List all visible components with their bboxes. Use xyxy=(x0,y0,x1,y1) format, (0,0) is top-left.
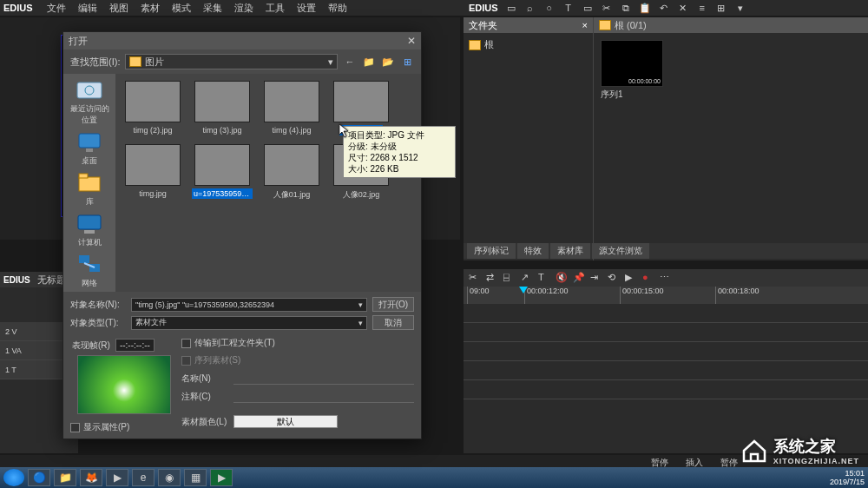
menu-view[interactable]: 视图 xyxy=(104,2,134,15)
tab-browser[interactable]: 源文件浏览 xyxy=(592,243,649,259)
rec-icon[interactable]: ● xyxy=(642,272,654,284)
preview-tc[interactable]: --:--:--:-- xyxy=(115,339,155,352)
ripple-icon[interactable]: ⇥ xyxy=(590,272,602,284)
close-icon[interactable]: ✕ xyxy=(407,35,416,47)
system-tray[interactable]: 15:01 2019/7/15 xyxy=(830,469,865,486)
start-button[interactable] xyxy=(3,469,24,486)
lookin-combo[interactable]: 图片 ▾ xyxy=(125,54,338,69)
bin-root-folder[interactable]: 根 xyxy=(467,36,589,53)
track-row[interactable] xyxy=(464,361,868,380)
mute-icon[interactable]: 🔇 xyxy=(556,272,568,284)
bin-clip[interactable]: 00:00:00:00 序列1 xyxy=(601,40,663,101)
close-icon[interactable]: × xyxy=(582,20,588,30)
tab-markers[interactable]: 序列标记 xyxy=(467,243,516,259)
taskbar-edius[interactable]: ▶ xyxy=(210,469,233,486)
title-icon[interactable]: T xyxy=(538,272,550,284)
taskbar-folder[interactable]: 📁 xyxy=(54,469,76,486)
cut-icon[interactable]: ✂ xyxy=(601,2,613,14)
tab-effects[interactable]: 特效 xyxy=(517,243,549,259)
menu-settings[interactable]: 设置 xyxy=(292,2,321,15)
transfer-check[interactable]: 传输到工程文件夹(T) xyxy=(181,337,414,349)
taskbar-app[interactable]: ▦ xyxy=(184,469,207,486)
track-row[interactable] xyxy=(464,380,868,399)
menu-capture[interactable]: 采集 xyxy=(198,2,227,15)
track-row[interactable] xyxy=(464,304,868,323)
file-item[interactable]: u=1975359590... xyxy=(192,144,253,201)
pin-icon[interactable]: 📌 xyxy=(573,272,585,284)
comment-label: 注释(C) xyxy=(181,391,228,403)
taskbar-chrome[interactable]: ◉ xyxy=(158,469,181,486)
view-icon[interactable]: ⊞ xyxy=(715,2,727,14)
svg-rect-0 xyxy=(77,82,102,98)
text-icon[interactable]: T xyxy=(562,2,575,14)
file-list[interactable]: 项目类型: JPG 文件 分级: 未分级 尺寸: 2268 x 1512 大小:… xyxy=(115,74,421,292)
folder-icon xyxy=(469,40,481,50)
file-item[interactable]: timg (3).jpg xyxy=(192,81,253,135)
tick: 09:00 xyxy=(467,287,490,304)
place-computer[interactable]: 计算机 xyxy=(66,211,113,250)
copy-icon[interactable]: ⧉ xyxy=(620,2,632,14)
menu-clip[interactable]: 素材 xyxy=(135,2,165,15)
cancel-button[interactable]: 取消 xyxy=(372,315,414,330)
search-icon[interactable]: ⌕ xyxy=(524,2,536,14)
dialog-titlebar[interactable]: 打开 ✕ xyxy=(63,32,421,49)
menu-render[interactable]: 渲染 xyxy=(229,2,259,15)
viewmode-icon[interactable]: ⊞ xyxy=(400,55,414,69)
taskbar-explorer[interactable]: 🔵 xyxy=(28,469,50,486)
scissors-icon[interactable]: ✂ xyxy=(469,272,481,284)
menu-help[interactable]: 帮助 xyxy=(323,2,352,15)
open-button[interactable]: 打开(O) xyxy=(372,297,414,312)
file-item[interactable]: timg (4).jpg xyxy=(261,81,322,135)
folder-icon[interactable]: ▭ xyxy=(505,2,517,14)
timeline-logo: EDIUS xyxy=(0,275,34,285)
arrow-icon[interactable]: ↗ xyxy=(521,272,533,284)
paste-icon[interactable]: 📋 xyxy=(639,2,651,14)
file-name: 人像02.jpg xyxy=(341,188,382,201)
comment-field[interactable] xyxy=(233,390,414,403)
place-library[interactable]: 库 xyxy=(66,170,113,209)
play-icon[interactable]: ▶ xyxy=(625,272,637,284)
playhead-icon[interactable] xyxy=(519,287,528,293)
menu-file[interactable]: 文件 xyxy=(42,2,71,15)
color-swatch[interactable]: 默认 xyxy=(233,415,338,428)
dialog-title: 打开 xyxy=(69,35,88,48)
newfolder-icon[interactable]: 📂 xyxy=(381,55,395,69)
filetype-combo[interactable]: 素材文件▾ xyxy=(131,316,367,330)
menu-icon[interactable]: ▾ xyxy=(734,2,746,14)
back-icon[interactable]: ← xyxy=(343,55,357,69)
file-thumb xyxy=(194,144,250,186)
place-recent[interactable]: 最近访问的位置 xyxy=(66,77,113,128)
taskbar-media[interactable]: ▶ xyxy=(106,469,128,486)
taskbar-firefox[interactable]: 🦊 xyxy=(80,469,102,486)
filename-input[interactable]: "timg (5).jpg" "u=1975359590,32652394▾ xyxy=(131,298,367,312)
group-icon[interactable]: ⌸ xyxy=(503,272,516,284)
taskbar-ie[interactable]: e xyxy=(132,469,155,486)
circle-icon[interactable]: ○ xyxy=(543,2,556,14)
show-props-check[interactable]: 显示属性(P) xyxy=(70,421,173,433)
file-item[interactable]: timg (2).jpg xyxy=(122,81,183,135)
bin-content: 根 (0/1) 00:00:00:00 序列1 序列标记 特效 素材库 源文件浏… xyxy=(594,17,868,260)
delete-icon[interactable]: ✕ xyxy=(677,2,689,14)
props-icon[interactable]: ≡ xyxy=(696,2,708,14)
rect-icon[interactable]: ▭ xyxy=(582,2,594,14)
taskbar-clock[interactable]: 15:01 2019/7/15 xyxy=(830,469,865,486)
file-item[interactable]: 人像01.jpg xyxy=(261,144,322,201)
sync-icon[interactable]: ⟲ xyxy=(608,272,620,284)
more-icon[interactable]: ⋯ xyxy=(660,272,672,284)
track-row[interactable] xyxy=(464,342,868,361)
svg-rect-2 xyxy=(79,134,100,148)
up-icon[interactable]: 📁 xyxy=(362,55,376,69)
place-desktop[interactable]: 桌面 xyxy=(66,129,113,168)
name-field[interactable] xyxy=(233,372,414,385)
menu-tools[interactable]: 工具 xyxy=(260,2,290,15)
track-row[interactable] xyxy=(464,323,868,342)
link-icon[interactable]: ⇄ xyxy=(486,272,498,284)
file-item[interactable]: timg.jpg xyxy=(122,144,183,201)
timeline-ruler[interactable]: 09:00 00:00:12:00 00:00:15:00 00:00:18:0… xyxy=(464,287,868,304)
menu-edit[interactable]: 编辑 xyxy=(73,2,102,15)
undo-icon[interactable]: ↶ xyxy=(658,2,670,14)
place-network[interactable]: 网络 xyxy=(66,252,113,291)
tab-library[interactable]: 素材库 xyxy=(550,243,590,259)
menu-mode[interactable]: 模式 xyxy=(167,2,196,15)
timeline-tracks[interactable] xyxy=(464,304,868,399)
